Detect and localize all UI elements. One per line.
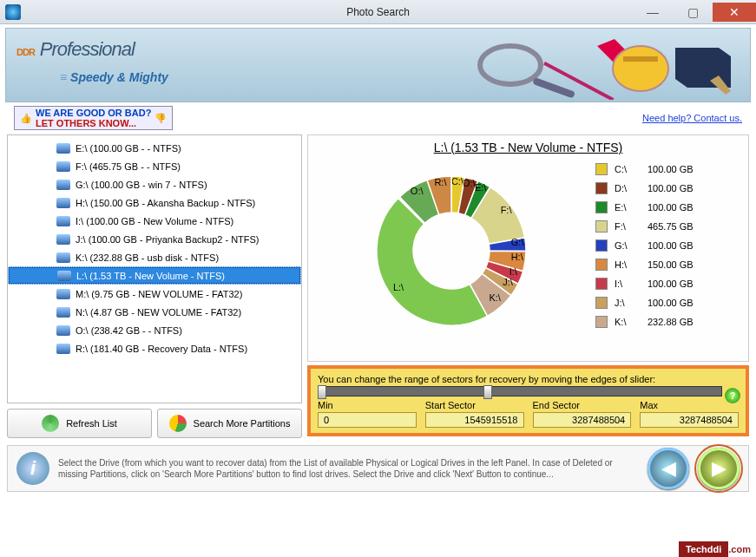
legend-row: J:\100.00 GB bbox=[595, 293, 743, 312]
brand-tagline: Speedy & Mighty bbox=[60, 70, 168, 84]
svg-rect-1 bbox=[532, 77, 575, 99]
search-partitions-button[interactable]: Search More Partitions bbox=[157, 409, 302, 438]
chart-title: L:\ (1.53 TB - New Volume - NTFS) bbox=[313, 141, 743, 154]
drive-row[interactable]: F:\ (465.75 GB - - NTFS) bbox=[8, 157, 301, 175]
legend-row: C:\100.00 GB bbox=[595, 160, 743, 179]
drive-label: M:\ (9.75 GB - NEW VOLUME - FAT32) bbox=[76, 289, 242, 299]
help-link[interactable]: Need help? Contact us. bbox=[642, 113, 742, 123]
thumbs-up-icon: 👍 bbox=[20, 113, 32, 124]
drive-label: E:\ (100.00 GB - - NTFS) bbox=[76, 143, 181, 154]
drive-icon bbox=[56, 143, 70, 154]
drive-label: L:\ (1.53 TB - New Volume - NTFS) bbox=[76, 271, 225, 281]
min-sector: 0 bbox=[318, 412, 417, 428]
chart-legend: C:\100.00 GBD:\100.00 GBE:\100.00 GBF:\4… bbox=[595, 160, 743, 342]
donut-chart: C:\D:\E:\F:\G:\H:\I:\J:\K:\L:\O:\R:\ bbox=[313, 160, 588, 342]
drive-row[interactable]: N:\ (4.87 GB - NEW VOLUME - FAT32) bbox=[8, 303, 301, 321]
drive-label: K:\ (232.88 GB - usb disk - NTFS) bbox=[76, 252, 219, 263]
svg-text:O:\: O:\ bbox=[410, 186, 424, 196]
window-title: Photo Search bbox=[346, 6, 410, 18]
drive-label: R:\ (181.40 GB - Recovery Data - NTFS) bbox=[76, 344, 247, 354]
drive-icon bbox=[56, 198, 70, 208]
svg-text:F:\: F:\ bbox=[500, 205, 512, 215]
svg-text:K:\: K:\ bbox=[489, 292, 501, 303]
sector-slider[interactable] bbox=[318, 386, 722, 396]
close-button[interactable]: ✕ bbox=[713, 3, 756, 22]
thumbs-down-icon: 👎 bbox=[154, 113, 167, 124]
sector-instruction: You can change the range of sectors for … bbox=[318, 374, 739, 384]
banner: DDRProfessional Speedy & Mighty bbox=[5, 28, 751, 102]
legend-row: D:\100.00 GB bbox=[595, 179, 743, 198]
slider-handle-right[interactable] bbox=[483, 385, 492, 399]
banner-art bbox=[450, 30, 745, 100]
footer: i Select the Drive (from which you want … bbox=[7, 445, 749, 492]
drive-row[interactable]: L:\ (1.53 TB - New Volume - NTFS) bbox=[8, 266, 301, 285]
footer-message: Select the Drive (from which you want to… bbox=[58, 457, 639, 481]
svg-rect-4 bbox=[623, 56, 658, 62]
back-button[interactable]: ◀ bbox=[648, 448, 689, 489]
sector-range-panel: You can change the range of sectors for … bbox=[307, 365, 749, 436]
drive-icon bbox=[57, 271, 71, 281]
drive-label: J:\ (100.00 GB - Priyanka Backup2 - NTFS… bbox=[76, 234, 260, 245]
svg-point-3 bbox=[613, 46, 668, 91]
maximize-button[interactable]: ▢ bbox=[673, 3, 713, 22]
drive-icon bbox=[56, 216, 70, 226]
svg-text:J:\: J:\ bbox=[503, 277, 514, 287]
drive-row[interactable]: J:\ (100.00 GB - Priyanka Backup2 - NTFS… bbox=[8, 230, 301, 248]
drive-row[interactable]: M:\ (9.75 GB - NEW VOLUME - FAT32) bbox=[8, 285, 301, 303]
refresh-icon bbox=[42, 415, 59, 432]
drive-icon bbox=[56, 161, 70, 172]
drive-label: I:\ (100.00 GB - New Volume - NTFS) bbox=[76, 216, 233, 226]
legend-row: F:\465.75 GB bbox=[595, 217, 743, 236]
drive-row[interactable]: G:\ (100.00 GB - win 7 - NTFS) bbox=[8, 175, 301, 193]
slider-handle-left[interactable] bbox=[318, 385, 326, 399]
next-button[interactable]: ▶ bbox=[698, 448, 740, 489]
svg-text:R:\: R:\ bbox=[434, 177, 447, 187]
svg-text:L:\: L:\ bbox=[392, 282, 404, 292]
legend-row: H:\150.00 GB bbox=[595, 255, 743, 274]
drive-row[interactable]: E:\ (100.00 GB - - NTFS) bbox=[8, 139, 301, 157]
drive-icon bbox=[56, 325, 70, 336]
drive-icon bbox=[56, 234, 70, 245]
drive-icon bbox=[56, 344, 70, 354]
drive-row[interactable]: I:\ (100.00 GB - New Volume - NTFS) bbox=[8, 212, 301, 230]
legend-row: E:\100.00 GB bbox=[595, 198, 743, 217]
drive-icon bbox=[56, 289, 70, 299]
titlebar: Photo Search — ▢ ✕ bbox=[0, 0, 756, 24]
watermark: Techddi.com bbox=[679, 542, 751, 555]
refresh-list-button[interactable]: Refresh List bbox=[7, 409, 152, 438]
svg-text:H:\: H:\ bbox=[510, 252, 523, 262]
end-sector: 3287488504 bbox=[533, 412, 632, 428]
drive-row[interactable]: R:\ (181.40 GB - Recovery Data - NTFS) bbox=[8, 339, 301, 357]
drive-row[interactable]: O:\ (238.42 GB - - NTFS) bbox=[8, 321, 301, 339]
drive-tree[interactable]: E:\ (100.00 GB - - NTFS)F:\ (465.75 GB -… bbox=[7, 134, 302, 403]
drive-row[interactable]: K:\ (232.88 GB - usb disk - NTFS) bbox=[8, 248, 301, 266]
drive-icon bbox=[56, 307, 70, 318]
drive-label: N:\ (4.87 GB - NEW VOLUME - FAT32) bbox=[76, 307, 241, 318]
svg-text:G:\: G:\ bbox=[510, 237, 524, 247]
app-icon bbox=[5, 4, 21, 20]
drive-label: F:\ (465.75 GB - - NTFS) bbox=[76, 161, 181, 172]
minimize-button[interactable]: — bbox=[633, 3, 673, 22]
svg-text:E:\: E:\ bbox=[474, 182, 486, 193]
info-icon: i bbox=[16, 452, 49, 485]
feedback-link[interactable]: 👍 WE ARE GOOD OR BAD? LET OTHERS KNOW...… bbox=[14, 106, 173, 130]
drive-icon bbox=[56, 180, 70, 190]
drive-icon bbox=[56, 252, 70, 263]
help-icon[interactable]: ? bbox=[725, 388, 740, 403]
svg-rect-2 bbox=[543, 62, 614, 100]
drive-label: G:\ (100.00 GB - win 7 - NTFS) bbox=[76, 180, 207, 190]
drive-label: O:\ (238.42 GB - - NTFS) bbox=[76, 325, 182, 336]
legend-row: I:\100.00 GB bbox=[595, 274, 743, 293]
legend-row: G:\100.00 GB bbox=[595, 236, 743, 255]
start-sector: 1545915518 bbox=[425, 412, 524, 428]
legend-row: K:\232.88 GB bbox=[595, 312, 743, 331]
topbar: 👍 WE ARE GOOD OR BAD? LET OTHERS KNOW...… bbox=[5, 106, 751, 130]
drive-row[interactable]: H:\ (150.00 GB - Akansha Backup - NTFS) bbox=[8, 193, 301, 212]
svg-text:I:\: I:\ bbox=[509, 266, 517, 277]
svg-point-0 bbox=[480, 46, 541, 84]
brand-logo: DDRProfessional bbox=[16, 34, 135, 62]
chart-panel: L:\ (1.53 TB - New Volume - NTFS) C:\D:\… bbox=[307, 134, 749, 362]
drive-label: H:\ (150.00 GB - Akansha Backup - NTFS) bbox=[76, 198, 255, 208]
max-sector: 3287488504 bbox=[640, 412, 739, 428]
partition-icon bbox=[169, 415, 187, 432]
